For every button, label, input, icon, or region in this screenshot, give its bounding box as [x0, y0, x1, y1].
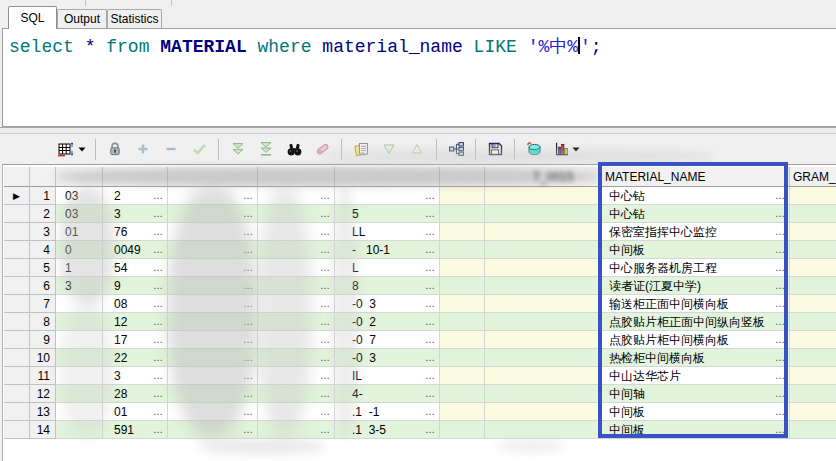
- cell-expand-button[interactable]: …: [243, 422, 254, 438]
- cell-expand-button[interactable]: …: [775, 296, 786, 312]
- cell-expand-button[interactable]: …: [153, 332, 164, 348]
- cell-expand-button[interactable]: …: [320, 386, 331, 402]
- redacted-cell[interactable]: …: [168, 277, 258, 295]
- gram-cell[interactable]: [790, 223, 836, 241]
- redacted-cell[interactable]: 01: [56, 223, 103, 241]
- row-indicator-cell[interactable]: ▶: [4, 187, 30, 205]
- redacted-cell[interactable]: [56, 385, 103, 403]
- row-indicator-cell[interactable]: [4, 205, 30, 223]
- redacted-cell[interactable]: …: [168, 331, 258, 349]
- gram-cell[interactable]: [790, 241, 836, 259]
- redacted-cell[interactable]: [485, 187, 602, 205]
- redacted-cell[interactable]: IL…: [335, 367, 440, 385]
- redacted-cell[interactable]: …: [258, 349, 335, 367]
- sort-descending-button[interactable]: [377, 137, 401, 161]
- material-name-cell[interactable]: 中心钻…: [602, 187, 790, 205]
- material-name-cell[interactable]: 中间板…: [602, 421, 790, 439]
- row-number-cell[interactable]: 14: [30, 421, 56, 439]
- cell-expand-button[interactable]: …: [153, 242, 164, 258]
- redacted-cell[interactable]: …: [335, 187, 440, 205]
- redacted-cell[interactable]: 3: [56, 277, 103, 295]
- redacted-cell[interactable]: [485, 241, 602, 259]
- redacted-cell[interactable]: [440, 331, 485, 349]
- redacted-cell[interactable]: …: [168, 241, 258, 259]
- column-header-obscured[interactable]: [335, 167, 440, 187]
- cell-expand-button[interactable]: …: [243, 368, 254, 384]
- cell-expand-button[interactable]: …: [425, 422, 436, 438]
- redacted-cell[interactable]: [485, 421, 602, 439]
- gram-cell[interactable]: [790, 367, 836, 385]
- redacted-cell[interactable]: [485, 349, 602, 367]
- save-results-button[interactable]: [483, 137, 507, 161]
- cell-expand-button[interactable]: …: [775, 332, 786, 348]
- cell-expand-button[interactable]: …: [320, 242, 331, 258]
- redacted-cell[interactable]: [485, 331, 602, 349]
- redacted-cell[interactable]: 5…: [335, 205, 440, 223]
- cell-expand-button[interactable]: …: [775, 260, 786, 276]
- row-number-cell[interactable]: 3: [30, 223, 56, 241]
- redacted-cell[interactable]: .1 3-5…: [335, 421, 440, 439]
- cell-expand-button[interactable]: …: [153, 350, 164, 366]
- cell-expand-button[interactable]: …: [775, 368, 786, 384]
- cell-expand-button[interactable]: …: [243, 332, 254, 348]
- row-indicator-cell[interactable]: [4, 259, 30, 277]
- redacted-cell[interactable]: …: [258, 385, 335, 403]
- sql-editor[interactable]: select * from MATERIAL where material_na…: [2, 28, 836, 127]
- gram-cell[interactable]: [790, 421, 836, 439]
- cell-expand-button[interactable]: …: [425, 206, 436, 222]
- redacted-cell[interactable]: L…: [335, 259, 440, 277]
- row-number-cell[interactable]: 11: [30, 367, 56, 385]
- material-name-cell[interactable]: 点胶贴片柜正面中间纵向竖板…: [602, 313, 790, 331]
- redacted-cell[interactable]: …: [168, 223, 258, 241]
- redacted-cell[interactable]: [56, 349, 103, 367]
- row-indicator-cell[interactable]: [4, 277, 30, 295]
- redacted-cell[interactable]: …: [258, 241, 335, 259]
- redacted-cell[interactable]: [56, 367, 103, 385]
- redacted-cell[interactable]: [440, 403, 485, 421]
- redacted-cell[interactable]: .1 -1…: [335, 403, 440, 421]
- row-number-cell[interactable]: 10: [30, 349, 56, 367]
- cell-expand-button[interactable]: …: [153, 422, 164, 438]
- cell-expand-button[interactable]: …: [775, 206, 786, 222]
- redacted-cell[interactable]: 54…: [103, 259, 168, 277]
- gram-cell[interactable]: [790, 205, 836, 223]
- redacted-cell[interactable]: [440, 205, 485, 223]
- redacted-cell[interactable]: [440, 349, 485, 367]
- row-number-cell[interactable]: 1: [30, 187, 56, 205]
- redacted-cell[interactable]: …: [168, 205, 258, 223]
- delete-record-button[interactable]: [159, 137, 183, 161]
- cell-expand-button[interactable]: …: [320, 404, 331, 420]
- redacted-cell[interactable]: 76…: [103, 223, 168, 241]
- cell-expand-button[interactable]: …: [153, 386, 164, 402]
- redacted-cell[interactable]: [440, 241, 485, 259]
- cell-expand-button[interactable]: …: [775, 422, 786, 438]
- redacted-cell[interactable]: 591…: [103, 421, 168, 439]
- cell-expand-button[interactable]: …: [243, 314, 254, 330]
- row-number-cell[interactable]: 7: [30, 295, 56, 313]
- gram-cell[interactable]: [790, 403, 836, 421]
- redacted-cell[interactable]: 3…: [103, 205, 168, 223]
- cell-expand-button[interactable]: …: [153, 260, 164, 276]
- material-name-cell[interactable]: 中间板…: [602, 403, 790, 421]
- row-indicator-cell[interactable]: [4, 295, 30, 313]
- redacted-cell[interactable]: [440, 367, 485, 385]
- redacted-cell[interactable]: [440, 313, 485, 331]
- fetch-next-page-button[interactable]: [226, 137, 250, 161]
- cell-expand-button[interactable]: …: [775, 224, 786, 240]
- cell-expand-button[interactable]: …: [775, 242, 786, 258]
- gram-cell[interactable]: [790, 295, 836, 313]
- redacted-cell[interactable]: [485, 259, 602, 277]
- redacted-cell[interactable]: …: [168, 259, 258, 277]
- material-name-cell[interactable]: 中山达华芯片…: [602, 367, 790, 385]
- redacted-cell[interactable]: 28…: [103, 385, 168, 403]
- row-number-cell[interactable]: 2: [30, 205, 56, 223]
- redacted-cell[interactable]: [440, 187, 485, 205]
- cell-expand-button[interactable]: …: [425, 386, 436, 402]
- column-header-obscured[interactable]: [103, 167, 168, 187]
- cell-expand-button[interactable]: …: [775, 386, 786, 402]
- cell-expand-button[interactable]: …: [320, 368, 331, 384]
- redacted-cell[interactable]: [56, 295, 103, 313]
- redacted-cell[interactable]: [56, 421, 103, 439]
- row-indicator-cell[interactable]: [4, 223, 30, 241]
- tab-sql[interactable]: SQL: [8, 6, 57, 29]
